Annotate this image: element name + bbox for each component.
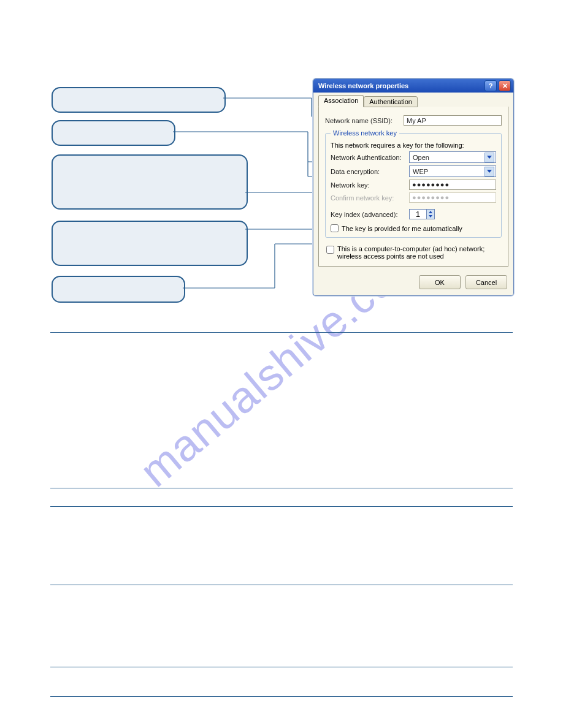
rule-5: [50, 667, 513, 667]
close-icon[interactable]: ✕: [499, 80, 511, 91]
dialog-title: Wireless network properties: [318, 82, 408, 89]
ok-button[interactable]: OK: [419, 275, 461, 289]
adhoc-checkbox[interactable]: [326, 246, 334, 254]
tab-association-label: Association: [324, 97, 358, 104]
enc-label: Data encryption:: [331, 168, 405, 175]
key-input[interactable]: ●●●●●●●●: [409, 180, 496, 190]
rule-1: [50, 332, 513, 333]
ssid-label: Network name (SSID):: [325, 117, 400, 124]
rule-6: [50, 696, 513, 697]
keyindex-spinner[interactable]: [409, 209, 435, 219]
wkey-intro: This network requires a key for the foll…: [331, 142, 496, 149]
autokey-label: The key is provided for me automatically: [342, 225, 462, 232]
wireless-key-group: Wireless network key This network requir…: [325, 129, 502, 238]
tab-association[interactable]: Association: [318, 95, 364, 107]
callout-1: [52, 87, 226, 113]
callout-5: [52, 276, 185, 303]
chevron-down-icon: [484, 167, 494, 176]
cancel-label: Cancel: [476, 279, 497, 286]
adhoc-checkbox-row: This is a computer-to-computer (ad hoc) …: [326, 245, 500, 260]
key-label: Network key:: [331, 181, 405, 189]
callout-3: [52, 154, 248, 210]
tab-panel-association: Network name (SSID): Wireless network ke…: [318, 107, 508, 267]
enc-value: WEP: [413, 168, 428, 175]
key-value: ●●●●●●●●: [412, 181, 450, 188]
rule-4: [50, 585, 513, 585]
spin-up-icon[interactable]: [427, 210, 434, 214]
help-icon[interactable]: ?: [484, 80, 497, 91]
wireless-properties-dialog: Wireless network properties ? ✕ Associat…: [313, 78, 514, 296]
callout-4: [52, 221, 248, 266]
keyindex-label: Key index (advanced):: [331, 211, 405, 218]
autokey-checkbox[interactable]: [331, 224, 339, 232]
rule-2: [50, 488, 513, 488]
confirm-value: ●●●●●●●●: [412, 194, 450, 201]
chevron-down-icon: [484, 153, 494, 162]
cancel-button[interactable]: Cancel: [465, 275, 507, 289]
auth-select[interactable]: Open: [409, 151, 496, 163]
tab-authentication-label: Authentication: [369, 98, 412, 105]
autokey-checkbox-row: The key is provided for me automatically: [331, 224, 496, 232]
dialog-titlebar[interactable]: Wireless network properties ? ✕: [313, 79, 513, 93]
tab-authentication[interactable]: Authentication: [364, 96, 418, 107]
confirm-input: ●●●●●●●●: [409, 192, 496, 203]
callout-2: [52, 120, 175, 146]
ssid-input[interactable]: [404, 115, 502, 126]
wkey-legend: Wireless network key: [331, 129, 399, 137]
enc-select[interactable]: WEP: [409, 165, 496, 177]
ok-label: OK: [435, 279, 445, 286]
tabs: Association Authentication: [318, 95, 508, 107]
adhoc-label: This is a computer-to-computer (ad hoc) …: [337, 245, 497, 260]
spin-down-icon[interactable]: [427, 214, 434, 219]
auth-value: Open: [413, 154, 429, 161]
keyindex-input[interactable]: [409, 209, 426, 219]
confirm-label: Confirm network key:: [331, 194, 405, 202]
auth-label: Network Authentication:: [331, 154, 405, 161]
rule-3: [50, 506, 513, 507]
